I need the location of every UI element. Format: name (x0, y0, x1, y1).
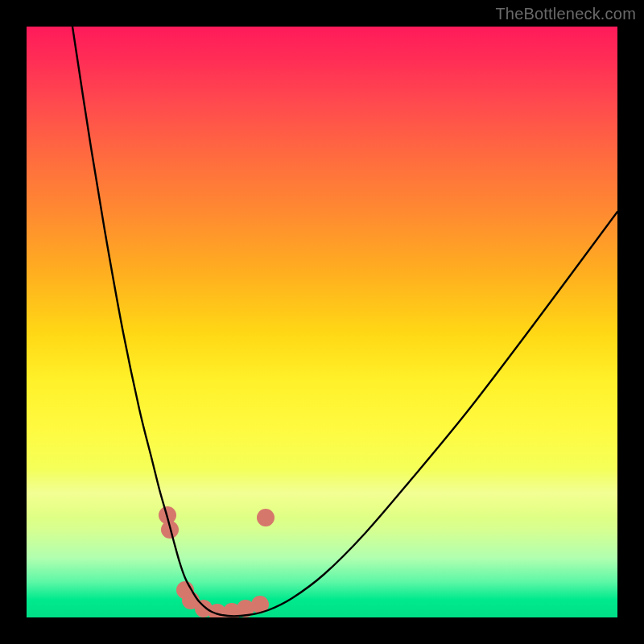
bottleneck-curve (72, 27, 617, 616)
plot-area (27, 27, 617, 617)
watermark-text: TheBottleneck.com (495, 5, 636, 23)
outer-frame: TheBottleneck.com (0, 0, 644, 644)
curve-svg (27, 27, 617, 617)
markers-group (159, 506, 275, 617)
marker-dot (257, 509, 275, 526)
